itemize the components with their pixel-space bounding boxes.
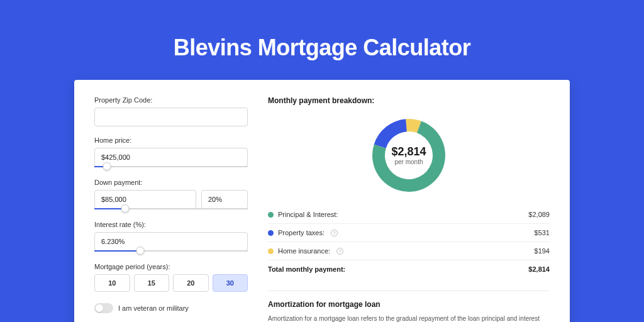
home-price-input[interactable] (94, 148, 248, 167)
mortgage-period-label: Mortgage period (years): (94, 263, 248, 270)
amortization-body: Amortization for a mortgage loan refers … (268, 314, 550, 322)
total-label: Total monthly payment: (268, 265, 345, 273)
amortization-title: Amortization for mortgage loan (268, 300, 550, 309)
home-price-field: Home price: (94, 136, 248, 169)
help-icon[interactable]: ? (336, 248, 343, 255)
veteran-toggle[interactable] (94, 303, 113, 313)
breakdown-value: $531 (535, 229, 550, 236)
donut-center-amount: $2,814 (391, 145, 426, 158)
breakdown-row: Home insurance:?$194 (268, 242, 550, 260)
breakdown-panel: Monthly payment breakdown: $2,814 per mo… (268, 96, 550, 322)
donut-chart: $2,814 per month (370, 116, 448, 194)
period-button-30[interactable]: 30 (213, 274, 248, 292)
period-button-20[interactable]: 20 (173, 274, 209, 292)
help-icon[interactable]: ? (331, 230, 338, 236)
veteran-row: I am veteran or military (94, 303, 248, 313)
home-price-label: Home price: (94, 136, 248, 144)
total-value: $2,814 (528, 265, 550, 273)
down-payment-input[interactable] (94, 190, 196, 209)
zip-field: Property Zip Code: (94, 96, 248, 126)
period-button-10[interactable]: 10 (94, 274, 130, 292)
down-payment-label: Down payment: (94, 179, 248, 186)
legend-dot (268, 248, 274, 254)
zip-label: Property Zip Code: (94, 96, 248, 104)
amortization-section: Amortization for mortgage loan Amortizat… (268, 291, 550, 322)
breakdown-title: Monthly payment breakdown: (268, 96, 550, 105)
breakdown-row: Property taxes:?$531 (268, 224, 550, 242)
down-payment-slider[interactable] (94, 207, 248, 211)
mortgage-period-field: Mortgage period (years): 10152030 (94, 263, 248, 292)
interest-rate-label: Interest rate (%): (94, 221, 248, 228)
page-title: Blevins Mortgage Calculator (0, 35, 644, 61)
home-price-slider[interactable] (94, 165, 248, 169)
legend-dot (268, 230, 274, 236)
interest-rate-slider[interactable] (94, 249, 248, 253)
donut-center-sub: per month (394, 158, 423, 165)
breakdown-value: $2,089 (528, 211, 550, 218)
inputs-panel: Property Zip Code: Home price: Down paym… (94, 96, 248, 322)
down-payment-pct-input[interactable] (201, 190, 248, 209)
donut-chart-wrap: $2,814 per month (268, 113, 550, 202)
breakdown-row: Principal & Interest:$2,089 (268, 206, 550, 224)
veteran-label: I am veteran or military (118, 304, 189, 312)
breakdown-label: Property taxes: (278, 229, 325, 236)
calculator-card: Property Zip Code: Home price: Down paym… (74, 80, 570, 322)
period-button-15[interactable]: 15 (134, 274, 170, 292)
breakdown-value: $194 (535, 247, 550, 255)
breakdown-total-row: Total monthly payment:$2,814 (268, 260, 550, 278)
legend-dot (268, 212, 274, 218)
down-payment-field: Down payment: (94, 179, 248, 211)
zip-input[interactable] (94, 108, 248, 126)
interest-rate-field: Interest rate (%): (94, 221, 248, 253)
breakdown-label: Home insurance: (278, 247, 330, 255)
breakdown-label: Principal & Interest: (278, 211, 338, 218)
interest-rate-input[interactable] (94, 232, 248, 251)
